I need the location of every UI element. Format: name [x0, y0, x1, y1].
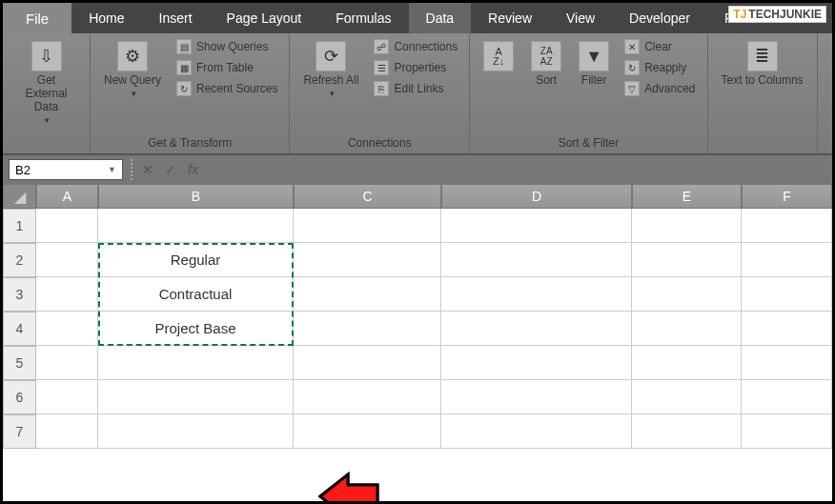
cell[interactable]: [441, 346, 632, 380]
cancel-formula-icon[interactable]: ✕: [142, 162, 153, 177]
spreadsheet-grid[interactable]: ◢ ABCDEF 12Regular3Contractual4Project B…: [3, 184, 832, 449]
cell[interactable]: [742, 209, 832, 243]
row-header[interactable]: 2: [3, 243, 36, 277]
cell[interactable]: [294, 380, 441, 414]
refresh-all-button[interactable]: ⟳Refresh All: [297, 37, 364, 102]
group-label-sortfilter: Sort & Filter: [478, 134, 699, 151]
cell[interactable]: [632, 414, 742, 449]
cell[interactable]: [441, 312, 632, 346]
cell[interactable]: [36, 312, 98, 346]
tab-file[interactable]: File: [3, 3, 71, 33]
enter-formula-icon[interactable]: ✓: [165, 162, 176, 177]
text-to-columns-icon: ≣: [747, 41, 778, 71]
column-header[interactable]: E: [632, 184, 742, 209]
properties-button[interactable]: ☰Properties: [370, 58, 461, 77]
tab-formulas[interactable]: Formulas: [318, 3, 408, 33]
cell[interactable]: [632, 209, 742, 243]
tab-developer[interactable]: Developer: [612, 3, 707, 33]
sort-asc-button[interactable]: AZ↓: [478, 37, 519, 75]
cell[interactable]: [98, 380, 294, 414]
tab-insert[interactable]: Insert: [142, 3, 210, 33]
cell[interactable]: [441, 380, 632, 414]
cell[interactable]: [632, 243, 742, 277]
name-box[interactable]: B2▼: [9, 159, 123, 180]
row-header[interactable]: 3: [3, 277, 36, 312]
get-external-data-icon: ⇩: [31, 41, 62, 71]
clear-icon: ✕: [624, 39, 640, 54]
sort-button[interactable]: ZAAZSort: [525, 37, 567, 91]
cell[interactable]: [742, 346, 832, 380]
row-header[interactable]: 7: [3, 414, 36, 449]
cell[interactable]: [294, 243, 441, 277]
cell[interactable]: [294, 312, 441, 346]
cell[interactable]: [36, 380, 98, 414]
tab-review[interactable]: Review: [471, 3, 549, 33]
cell[interactable]: [36, 346, 98, 380]
column-header[interactable]: F: [742, 184, 832, 209]
properties-icon: ☰: [374, 60, 389, 75]
recent-sources-button[interactable]: ↻Recent Sources: [173, 79, 281, 98]
cell[interactable]: Project Base: [98, 312, 294, 346]
column-header[interactable]: B: [98, 184, 294, 209]
cell[interactable]: [742, 277, 832, 312]
row-header[interactable]: 6: [3, 380, 36, 414]
ribbon: ⇩Get External Data ⚙New Query ▤Show Quer…: [3, 33, 832, 155]
cell[interactable]: [98, 414, 294, 449]
cell[interactable]: [98, 346, 294, 380]
fx-label[interactable]: fx: [188, 162, 198, 177]
text-to-columns-button[interactable]: ≣Text to Columns: [716, 37, 809, 91]
column-header[interactable]: C: [294, 184, 441, 209]
cell[interactable]: Regular: [98, 243, 294, 277]
cell[interactable]: [441, 277, 632, 312]
connections-button[interactable]: ☍Connections: [370, 37, 461, 56]
new-query-button[interactable]: ⚙New Query: [98, 37, 167, 102]
cell[interactable]: [632, 380, 742, 414]
reapply-icon: ↻: [624, 60, 640, 75]
reapply-button[interactable]: ↻Reapply: [621, 58, 699, 77]
cell[interactable]: Contractual: [98, 277, 294, 312]
watermark: TJTECHJUNKIE: [728, 6, 826, 23]
row-header[interactable]: 5: [3, 346, 36, 380]
recent-sources-icon: ↻: [176, 81, 192, 96]
cell[interactable]: [742, 243, 832, 277]
cell[interactable]: [36, 277, 98, 312]
cell[interactable]: [294, 209, 441, 243]
cell[interactable]: [441, 209, 632, 243]
new-query-icon: ⚙: [117, 41, 148, 71]
cell[interactable]: [441, 414, 632, 449]
advanced-icon: ▽: [624, 81, 640, 96]
cell[interactable]: [742, 380, 832, 414]
tab-home[interactable]: Home: [71, 3, 141, 33]
show-queries-button[interactable]: ▤Show Queries: [173, 37, 281, 56]
from-table-button[interactable]: ▦From Table: [173, 58, 281, 77]
cell[interactable]: [632, 312, 742, 346]
cell[interactable]: [294, 277, 441, 312]
tab-data[interactable]: Data: [409, 3, 472, 33]
edit-links-button[interactable]: ⎘Edit Links: [370, 79, 461, 98]
cell[interactable]: [742, 312, 832, 346]
cell[interactable]: [632, 346, 742, 380]
cell[interactable]: [632, 277, 742, 312]
cell[interactable]: [441, 243, 632, 277]
get-external-data-button[interactable]: ⇩Get External Data: [10, 37, 82, 129]
row-header[interactable]: 4: [3, 312, 36, 346]
cell[interactable]: [36, 209, 98, 243]
cell[interactable]: [36, 243, 98, 277]
cell[interactable]: [98, 209, 294, 243]
group-label-transform: Get & Transform: [98, 134, 281, 151]
svg-marker-0: [320, 474, 377, 504]
cell[interactable]: [36, 414, 98, 449]
row-header[interactable]: 1: [3, 209, 36, 243]
cell[interactable]: [294, 346, 441, 380]
cell[interactable]: [742, 414, 832, 449]
select-all-corner[interactable]: ◢: [3, 184, 36, 209]
cell[interactable]: [294, 414, 441, 449]
filter-button[interactable]: ▼Filter: [573, 37, 615, 91]
advanced-filter-button[interactable]: ▽Advanced: [621, 79, 699, 98]
clear-filter-button[interactable]: ✕Clear: [621, 37, 699, 56]
tab-page-layout[interactable]: Page Layout: [210, 3, 319, 33]
from-table-icon: ▦: [176, 60, 192, 75]
column-header[interactable]: D: [441, 184, 632, 209]
column-header[interactable]: A: [36, 184, 98, 209]
tab-view[interactable]: View: [549, 3, 612, 33]
